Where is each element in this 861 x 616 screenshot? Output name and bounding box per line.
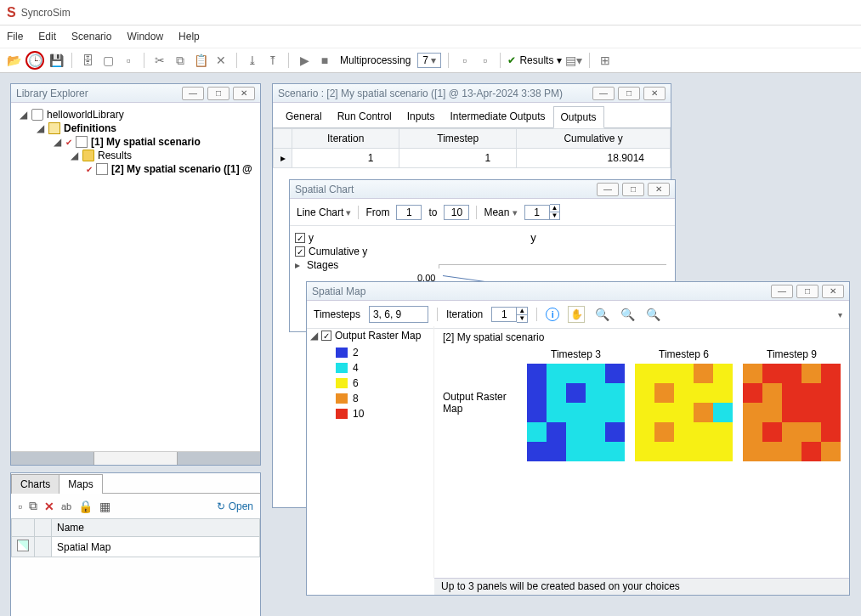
minimize-button[interactable]: — — [182, 87, 204, 100]
zoom-fit-icon[interactable]: 🔍 — [644, 308, 661, 321]
timesteps-input[interactable]: 3, 6, 9 — [369, 306, 428, 323]
raster-map[interactable] — [635, 364, 733, 461]
mean-spinner[interactable]: 1▲▼ — [524, 204, 561, 220]
maximize-button[interactable]: □ — [618, 87, 640, 100]
new-map-icon[interactable]: ▫ — [18, 500, 22, 513]
maximize-button[interactable]: □ — [207, 87, 229, 100]
pan-icon[interactable]: ✋ — [568, 306, 585, 323]
legend-stages[interactable]: Stages — [307, 259, 338, 271]
maps-grid[interactable]: Name Spatial Map — [11, 518, 260, 557]
expand-stages-icon[interactable]: ▸ — [295, 259, 303, 271]
run-circled-icon[interactable]: 🕒 — [25, 51, 44, 70]
color-swatch — [336, 348, 348, 358]
export-icon[interactable]: ⤒ — [264, 52, 281, 69]
copy2-icon[interactable]: ⧉ — [172, 52, 189, 69]
cut-icon[interactable]: ✂ — [151, 52, 168, 69]
mean-dropdown[interactable]: Mean — [484, 206, 517, 218]
expand-icon[interactable]: ◢ — [69, 150, 79, 161]
map-name-cell[interactable]: Spatial Map — [52, 537, 260, 557]
tab-outputs[interactable]: Outputs — [553, 106, 604, 128]
rename-map-icon[interactable]: ab — [61, 501, 71, 511]
outputs-grid[interactable]: IterationTimestepCumulative y ▸1118.9014 — [273, 128, 671, 168]
from-input[interactable]: 1 — [396, 205, 422, 220]
delete-map-icon[interactable]: ✕ — [44, 500, 54, 513]
horizontal-scrollbar[interactable] — [11, 451, 260, 465]
map-icon — [17, 540, 29, 551]
menu-window[interactable]: Window — [127, 31, 163, 42]
minimize-button[interactable]: — — [771, 285, 793, 298]
grid-icon[interactable]: ▦ — [99, 500, 110, 513]
checkbox-cumulative-y[interactable] — [295, 246, 305, 257]
tab-run-control[interactable]: Run Control — [330, 105, 399, 127]
minimize-button[interactable]: — — [597, 183, 619, 196]
new-doc-icon[interactable]: ▫ — [120, 52, 137, 69]
db-icon[interactable]: 🗄 — [79, 52, 96, 69]
menu-help[interactable]: Help — [178, 31, 200, 42]
expand-icon[interactable]: ◢ — [52, 136, 62, 148]
tab-charts[interactable]: Charts — [11, 474, 59, 494]
results-filter-icon[interactable]: ▤▾ — [565, 52, 582, 69]
layout-icon[interactable]: ⊞ — [597, 52, 614, 69]
open-map-button[interactable]: ↻Open — [217, 500, 253, 512]
expand-icon[interactable]: ◢ — [35, 122, 45, 134]
delete-icon[interactable]: ✕ — [212, 52, 229, 69]
stop-icon[interactable]: ■ — [316, 52, 333, 69]
zoom-out-icon[interactable]: 🔍 — [593, 308, 610, 321]
tree-node-definitions[interactable]: Definitions — [64, 122, 116, 134]
to-input[interactable]: 10 — [444, 205, 469, 220]
library-tree[interactable]: ◢helloworldLibrary ◢Definitions ◢✔[1] My… — [11, 103, 260, 465]
tree-node-scenario-2[interactable]: [2] My spatial scenario ([1] @ — [111, 163, 252, 175]
raster-map[interactable] — [743, 364, 841, 461]
maximize-button[interactable]: □ — [622, 183, 644, 196]
tab-intermediate-outputs[interactable]: Intermediate Outputs — [442, 105, 552, 127]
info-icon[interactable]: i — [546, 308, 559, 321]
menu-file[interactable]: File — [7, 31, 23, 42]
zoom-in-icon[interactable]: 🔍 — [619, 308, 636, 321]
map-timestep-title: Timestep 9 — [743, 348, 841, 360]
expand-icon[interactable]: ◢ — [18, 109, 28, 121]
legend-cumulative-y[interactable]: Cumulative y — [309, 246, 367, 257]
import-icon[interactable]: ⤓ — [244, 52, 261, 69]
save-icon[interactable]: 💾 — [48, 52, 65, 69]
close-button[interactable]: ✕ — [648, 183, 670, 196]
tab-inputs[interactable]: Inputs — [399, 105, 443, 127]
legend-row: 4 — [336, 360, 430, 376]
dropdown-arrow-icon[interactable]: ▾ — [838, 310, 842, 319]
row-selector[interactable]: ▸ — [274, 149, 292, 168]
lock-icon[interactable]: 🔒 — [78, 500, 93, 513]
menu-scenario[interactable]: Scenario — [71, 31, 111, 42]
legend-header[interactable]: Output Raster Map — [335, 330, 421, 342]
cell-iteration: 1 — [292, 149, 399, 168]
play-icon[interactable]: ▶ — [296, 52, 313, 69]
copy-icon[interactable]: ▢ — [99, 52, 116, 69]
tab-general[interactable]: General — [278, 105, 330, 127]
collapse-icon[interactable]: ◢ — [310, 330, 318, 342]
multiprocessing-value[interactable]: 7 ▾ — [417, 53, 441, 68]
menu-edit[interactable]: Edit — [38, 31, 56, 42]
tree-node-scenario-1[interactable]: [1] My spatial scenario — [91, 136, 201, 148]
checkbox-output-raster[interactable] — [321, 331, 331, 341]
raster-map[interactable] — [527, 364, 625, 461]
tab-maps[interactable]: Maps — [59, 474, 102, 494]
map-timestep-title: Timestep 3 — [527, 348, 625, 360]
results-dropdown[interactable]: Results ▾ — [519, 54, 561, 66]
paste-icon[interactable]: 📋 — [192, 52, 209, 69]
checkbox-y[interactable] — [295, 233, 305, 243]
close-button[interactable]: ✕ — [643, 87, 666, 100]
minimize-button[interactable]: — — [592, 87, 615, 100]
tree-node-results[interactable]: Results — [98, 150, 132, 161]
main-toolbar: 📂 🕒 💾 🗄 ▢ ▫ ✂ ⧉ 📋 ✕ ⤓ ⤒ ▶ ■ Multiprocess… — [0, 48, 861, 73]
doc1-icon[interactable]: ▫ — [456, 52, 473, 69]
row-header[interactable] — [12, 537, 35, 557]
iteration-spinner[interactable]: 1▲▼ — [491, 307, 528, 323]
close-button[interactable]: ✕ — [233, 87, 255, 100]
close-button[interactable]: ✕ — [822, 285, 844, 298]
open-icon[interactable]: 📂 — [5, 52, 22, 69]
line-chart-dropdown[interactable]: Line Chart — [297, 206, 351, 218]
results-check-icon: ✔ — [507, 54, 516, 66]
maximize-button[interactable]: □ — [796, 285, 819, 298]
tree-node-library[interactable]: helloworldLibrary — [47, 109, 124, 121]
legend-y[interactable]: y — [309, 232, 314, 244]
copy-map-icon[interactable]: ⧉ — [29, 499, 37, 513]
doc2-icon[interactable]: ▫ — [476, 52, 493, 69]
